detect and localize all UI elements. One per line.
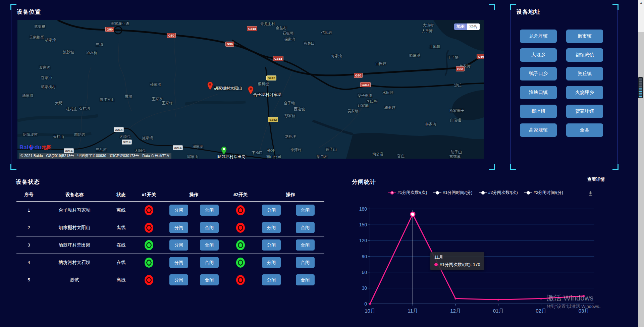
svg-text:150: 150 — [359, 222, 367, 227]
close-switch1-button[interactable]: 合闸 — [200, 205, 219, 216]
svg-text:120: 120 — [359, 238, 367, 243]
legend-item-2[interactable]: #1分闸时间/(分) — [433, 190, 472, 196]
cell-close1: 合闸 — [194, 222, 224, 233]
map-marker-label: 晒鼓坪村荒田岗 — [217, 154, 246, 159]
view-details-link[interactable]: 查看详情 — [587, 176, 605, 182]
close-switch1-button[interactable]: 合闸 — [200, 222, 219, 233]
address-button-9[interactable]: 榔坪镇 — [520, 105, 557, 118]
cell-open1: 分闸 — [163, 257, 194, 268]
windows-activation-watermark-sub: 转到“设置”以激活 Windows。 — [547, 304, 603, 310]
corner-decoration — [489, 4, 495, 10]
road-badge-g50: G50 — [477, 54, 484, 59]
close-switch1-button[interactable]: 合闸 — [200, 257, 219, 268]
legend-item-3[interactable]: #2分闸次数/(次) — [479, 190, 518, 196]
cell-close2: 合闸 — [286, 222, 324, 233]
cell-open2: 分闸 — [257, 257, 286, 268]
cell-open2: 分闸 — [257, 222, 286, 233]
address-button-2[interactable]: 磨市镇 — [566, 30, 603, 43]
led-red-icon — [236, 205, 245, 215]
device-status-title: 设备状态 — [16, 178, 40, 186]
map-marker-red[interactable] — [207, 81, 213, 90]
download-icon[interactable] — [588, 190, 593, 198]
close-switch2-button[interactable]: 合闸 — [296, 205, 315, 216]
row-status: 离线 — [108, 207, 135, 213]
led-green-icon — [236, 240, 245, 250]
header-no: 序号 — [16, 192, 41, 198]
close-switch2-button[interactable]: 合闸 — [296, 222, 315, 233]
corner-decoration — [510, 164, 516, 170]
row-device-name: 测试 — [41, 277, 108, 283]
open-switch1-button[interactable]: 分闸 — [169, 239, 188, 251]
address-button-6[interactable]: 资丘镇 — [566, 67, 603, 80]
address-button-7[interactable]: 渔峡口镇 — [520, 86, 557, 99]
legend-item-4[interactable]: #2分闸时间/(分) — [524, 190, 563, 196]
mini-slider-widget[interactable] — [638, 77, 643, 98]
table-row: 2胡家棚村太阳山离线分闸合闸分闸合闸 — [16, 219, 324, 236]
baidu-paw-icon — [28, 145, 34, 151]
close-switch2-button[interactable]: 合闸 — [296, 239, 315, 251]
close-switch2-button[interactable]: 合闸 — [296, 257, 315, 268]
cell-open2: 分闸 — [257, 205, 286, 216]
address-button-4[interactable]: 都镇湾镇 — [566, 48, 603, 62]
switch2-indicator — [224, 258, 257, 268]
map-marker-red[interactable] — [248, 86, 254, 95]
header-operation1: 操作 — [163, 192, 224, 198]
map-type-map-button[interactable]: 地图 — [454, 23, 467, 30]
address-button-8[interactable]: 火烧坪乡 — [566, 86, 603, 99]
scrollbar-up-arrow[interactable]: ▲ — [638, 1, 644, 4]
led-green-icon — [236, 258, 245, 268]
open-switch2-button[interactable]: 分闸 — [262, 239, 281, 251]
address-button-10[interactable]: 贺家坪镇 — [566, 105, 603, 118]
device-address-panel: 设备地址 龙舟坪镇磨市镇大堰乡都镇湾镇鸭子口乡资丘镇渔峡口镇火烧坪乡榔坪镇贺家坪… — [511, 5, 618, 169]
legend-label: #1分闸次数/(次) — [397, 190, 427, 196]
road-badge-g50: G50 — [456, 66, 465, 71]
led-green-icon — [145, 258, 153, 268]
row-status: 离线 — [108, 225, 135, 231]
row-device-name: 晒鼓坪村荒田岗 — [41, 242, 108, 248]
table-row: 4塘坊河村大石坝在线分闸合闸分闸合闸 — [16, 254, 324, 271]
svg-text:10月: 10月 — [365, 308, 375, 314]
svg-text:90: 90 — [362, 254, 367, 259]
cell-close1: 合闸 — [194, 205, 224, 216]
legend-marker-icon — [479, 191, 487, 195]
table-header-row: 序号 设备名称 状态 #1开关 操作 #2开关 操作 — [16, 189, 324, 202]
address-button-3[interactable]: 大堰乡 — [520, 48, 557, 62]
cell-close1: 合闸 — [194, 257, 224, 268]
legend-item-1[interactable]: #1分闸次数/(次) — [388, 190, 427, 196]
device-status-table: 序号 设备名称 状态 #1开关 操作 #2开关 操作 1合子坳村习家坳离线分闸合… — [16, 189, 324, 288]
close-switch2-button[interactable]: 合闸 — [296, 274, 315, 285]
open-switch1-button[interactable]: 分闸 — [169, 205, 188, 216]
close-switch1-button[interactable]: 合闸 — [200, 239, 219, 251]
address-button-12[interactable]: 全县 — [566, 123, 603, 137]
map-type-toggle: 地图 混合 — [454, 23, 480, 30]
open-switch2-button[interactable]: 分闸 — [262, 222, 281, 233]
legend-marker-icon — [388, 191, 396, 195]
map-type-hybrid-button[interactable]: 混合 — [467, 23, 480, 30]
open-switch1-button[interactable]: 分闸 — [169, 257, 188, 268]
baidu-map[interactable]: 笔架槽高家堰互通天鹅抱蛋胡家湾三塆流沙坡沁水桥青龙山村金益村石板坳佗地岩大渔村人… — [17, 20, 484, 159]
open-switch1-button[interactable]: 分闸 — [169, 222, 188, 233]
address-button-5[interactable]: 鸭子口乡 — [520, 67, 557, 80]
svg-text:02月: 02月 — [536, 308, 546, 314]
switch2-indicator — [224, 223, 257, 233]
open-switch1-button[interactable]: 分闸 — [169, 274, 188, 285]
row-status: 在线 — [108, 242, 135, 248]
address-button-1[interactable]: 龙舟坪镇 — [520, 30, 557, 43]
address-button-11[interactable]: 高家堰镇 — [520, 123, 557, 137]
close-switch1-button[interactable]: 合闸 — [200, 274, 219, 285]
road-badge-g318: G318 — [273, 56, 283, 61]
corner-decoration — [612, 164, 619, 170]
corner-decoration — [510, 4, 516, 10]
road-badge-g50: G50 — [354, 73, 363, 78]
open-switch2-button[interactable]: 分闸 — [262, 257, 281, 268]
road-badge-g318: G318 — [247, 26, 257, 31]
open-switch2-button[interactable]: 分闸 — [262, 274, 281, 285]
page-scrollbar[interactable]: ▲ — [638, 0, 644, 327]
cell-close2: 合闸 — [286, 205, 324, 216]
table-row: 1合子坳村习家坳离线分闸合闸分闸合闸 — [16, 202, 324, 219]
cell-open2: 分闸 — [257, 274, 286, 285]
scrollbar-thumb[interactable] — [638, 32, 644, 327]
open-switch2-button[interactable]: 分闸 — [262, 205, 281, 216]
led-green-icon — [145, 240, 153, 250]
device-location-panel: 设备位置 — [11, 5, 494, 169]
